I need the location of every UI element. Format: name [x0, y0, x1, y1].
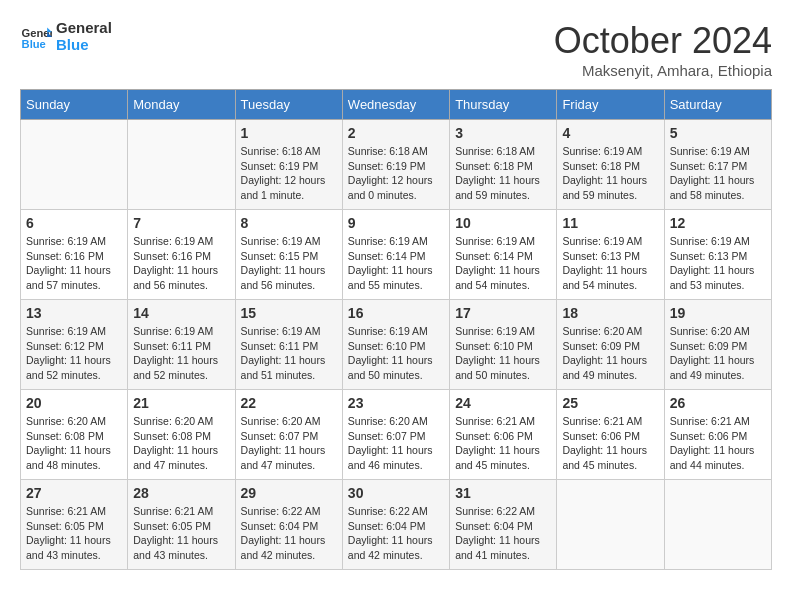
logo-text-general: General: [56, 20, 112, 37]
day-info: Sunrise: 6:21 AM Sunset: 6:05 PM Dayligh…: [133, 504, 229, 563]
day-info: Sunrise: 6:20 AM Sunset: 6:07 PM Dayligh…: [241, 414, 337, 473]
day-info: Sunrise: 6:19 AM Sunset: 6:18 PM Dayligh…: [562, 144, 658, 203]
calendar-cell: 17Sunrise: 6:19 AM Sunset: 6:10 PM Dayli…: [450, 300, 557, 390]
day-number: 27: [26, 485, 122, 501]
logo-text-blue: Blue: [56, 37, 112, 54]
day-number: 2: [348, 125, 444, 141]
calendar-cell: 12Sunrise: 6:19 AM Sunset: 6:13 PM Dayli…: [664, 210, 771, 300]
title-block: October 2024 Maksenyit, Amhara, Ethiopia: [554, 20, 772, 79]
day-info: Sunrise: 6:22 AM Sunset: 6:04 PM Dayligh…: [241, 504, 337, 563]
day-of-week-header: Wednesday: [342, 90, 449, 120]
day-info: Sunrise: 6:20 AM Sunset: 6:08 PM Dayligh…: [26, 414, 122, 473]
day-of-week-header: Thursday: [450, 90, 557, 120]
day-number: 28: [133, 485, 229, 501]
calendar-week-row: 6Sunrise: 6:19 AM Sunset: 6:16 PM Daylig…: [21, 210, 772, 300]
day-info: Sunrise: 6:19 AM Sunset: 6:13 PM Dayligh…: [670, 234, 766, 293]
calendar-cell: 10Sunrise: 6:19 AM Sunset: 6:14 PM Dayli…: [450, 210, 557, 300]
day-number: 16: [348, 305, 444, 321]
day-number: 12: [670, 215, 766, 231]
calendar-table: SundayMondayTuesdayWednesdayThursdayFrid…: [20, 89, 772, 570]
calendar-cell: 30Sunrise: 6:22 AM Sunset: 6:04 PM Dayli…: [342, 480, 449, 570]
calendar-cell: [557, 480, 664, 570]
calendar-cell: [664, 480, 771, 570]
calendar-cell: 21Sunrise: 6:20 AM Sunset: 6:08 PM Dayli…: [128, 390, 235, 480]
day-info: Sunrise: 6:22 AM Sunset: 6:04 PM Dayligh…: [455, 504, 551, 563]
day-info: Sunrise: 6:19 AM Sunset: 6:10 PM Dayligh…: [348, 324, 444, 383]
calendar-cell: 25Sunrise: 6:21 AM Sunset: 6:06 PM Dayli…: [557, 390, 664, 480]
day-info: Sunrise: 6:18 AM Sunset: 6:19 PM Dayligh…: [348, 144, 444, 203]
day-number: 14: [133, 305, 229, 321]
calendar-week-row: 1Sunrise: 6:18 AM Sunset: 6:19 PM Daylig…: [21, 120, 772, 210]
day-number: 6: [26, 215, 122, 231]
logo: General Blue General Blue: [20, 20, 112, 53]
calendar-cell: 23Sunrise: 6:20 AM Sunset: 6:07 PM Dayli…: [342, 390, 449, 480]
day-of-week-header: Saturday: [664, 90, 771, 120]
day-number: 19: [670, 305, 766, 321]
day-info: Sunrise: 6:19 AM Sunset: 6:15 PM Dayligh…: [241, 234, 337, 293]
page-header: General Blue General Blue October 2024 M…: [20, 20, 772, 79]
day-number: 31: [455, 485, 551, 501]
day-info: Sunrise: 6:19 AM Sunset: 6:13 PM Dayligh…: [562, 234, 658, 293]
day-number: 1: [241, 125, 337, 141]
svg-text:Blue: Blue: [22, 38, 46, 50]
calendar-cell: 5Sunrise: 6:19 AM Sunset: 6:17 PM Daylig…: [664, 120, 771, 210]
day-number: 4: [562, 125, 658, 141]
calendar-cell: 4Sunrise: 6:19 AM Sunset: 6:18 PM Daylig…: [557, 120, 664, 210]
day-number: 8: [241, 215, 337, 231]
day-info: Sunrise: 6:19 AM Sunset: 6:11 PM Dayligh…: [241, 324, 337, 383]
calendar-cell: 3Sunrise: 6:18 AM Sunset: 6:18 PM Daylig…: [450, 120, 557, 210]
day-info: Sunrise: 6:21 AM Sunset: 6:05 PM Dayligh…: [26, 504, 122, 563]
day-info: Sunrise: 6:19 AM Sunset: 6:17 PM Dayligh…: [670, 144, 766, 203]
day-of-week-header: Friday: [557, 90, 664, 120]
calendar-cell: 22Sunrise: 6:20 AM Sunset: 6:07 PM Dayli…: [235, 390, 342, 480]
day-number: 15: [241, 305, 337, 321]
calendar-cell: 14Sunrise: 6:19 AM Sunset: 6:11 PM Dayli…: [128, 300, 235, 390]
day-number: 26: [670, 395, 766, 411]
day-info: Sunrise: 6:19 AM Sunset: 6:16 PM Dayligh…: [133, 234, 229, 293]
day-number: 7: [133, 215, 229, 231]
day-number: 25: [562, 395, 658, 411]
day-info: Sunrise: 6:19 AM Sunset: 6:12 PM Dayligh…: [26, 324, 122, 383]
calendar-cell: 8Sunrise: 6:19 AM Sunset: 6:15 PM Daylig…: [235, 210, 342, 300]
calendar-header: SundayMondayTuesdayWednesdayThursdayFrid…: [21, 90, 772, 120]
calendar-cell: 11Sunrise: 6:19 AM Sunset: 6:13 PM Dayli…: [557, 210, 664, 300]
day-info: Sunrise: 6:20 AM Sunset: 6:09 PM Dayligh…: [670, 324, 766, 383]
location-subtitle: Maksenyit, Amhara, Ethiopia: [554, 62, 772, 79]
calendar-cell: 6Sunrise: 6:19 AM Sunset: 6:16 PM Daylig…: [21, 210, 128, 300]
calendar-cell: 18Sunrise: 6:20 AM Sunset: 6:09 PM Dayli…: [557, 300, 664, 390]
calendar-cell: 28Sunrise: 6:21 AM Sunset: 6:05 PM Dayli…: [128, 480, 235, 570]
calendar-cell: 2Sunrise: 6:18 AM Sunset: 6:19 PM Daylig…: [342, 120, 449, 210]
day-number: 23: [348, 395, 444, 411]
day-info: Sunrise: 6:21 AM Sunset: 6:06 PM Dayligh…: [562, 414, 658, 473]
day-number: 20: [26, 395, 122, 411]
day-of-week-header: Monday: [128, 90, 235, 120]
day-number: 18: [562, 305, 658, 321]
calendar-cell: 16Sunrise: 6:19 AM Sunset: 6:10 PM Dayli…: [342, 300, 449, 390]
calendar-cell: 29Sunrise: 6:22 AM Sunset: 6:04 PM Dayli…: [235, 480, 342, 570]
calendar-cell: 24Sunrise: 6:21 AM Sunset: 6:06 PM Dayli…: [450, 390, 557, 480]
day-info: Sunrise: 6:19 AM Sunset: 6:16 PM Dayligh…: [26, 234, 122, 293]
calendar-week-row: 20Sunrise: 6:20 AM Sunset: 6:08 PM Dayli…: [21, 390, 772, 480]
calendar-week-row: 13Sunrise: 6:19 AM Sunset: 6:12 PM Dayli…: [21, 300, 772, 390]
calendar-cell: 7Sunrise: 6:19 AM Sunset: 6:16 PM Daylig…: [128, 210, 235, 300]
calendar-cell: 19Sunrise: 6:20 AM Sunset: 6:09 PM Dayli…: [664, 300, 771, 390]
day-info: Sunrise: 6:18 AM Sunset: 6:18 PM Dayligh…: [455, 144, 551, 203]
day-number: 11: [562, 215, 658, 231]
day-number: 22: [241, 395, 337, 411]
calendar-cell: 9Sunrise: 6:19 AM Sunset: 6:14 PM Daylig…: [342, 210, 449, 300]
calendar-cell: 13Sunrise: 6:19 AM Sunset: 6:12 PM Dayli…: [21, 300, 128, 390]
day-number: 9: [348, 215, 444, 231]
calendar-body: 1Sunrise: 6:18 AM Sunset: 6:19 PM Daylig…: [21, 120, 772, 570]
day-info: Sunrise: 6:20 AM Sunset: 6:07 PM Dayligh…: [348, 414, 444, 473]
day-info: Sunrise: 6:18 AM Sunset: 6:19 PM Dayligh…: [241, 144, 337, 203]
day-info: Sunrise: 6:21 AM Sunset: 6:06 PM Dayligh…: [670, 414, 766, 473]
day-number: 3: [455, 125, 551, 141]
logo-icon: General Blue: [20, 21, 52, 53]
day-number: 13: [26, 305, 122, 321]
day-info: Sunrise: 6:20 AM Sunset: 6:09 PM Dayligh…: [562, 324, 658, 383]
calendar-week-row: 27Sunrise: 6:21 AM Sunset: 6:05 PM Dayli…: [21, 480, 772, 570]
calendar-cell: 27Sunrise: 6:21 AM Sunset: 6:05 PM Dayli…: [21, 480, 128, 570]
calendar-cell: 20Sunrise: 6:20 AM Sunset: 6:08 PM Dayli…: [21, 390, 128, 480]
day-number: 10: [455, 215, 551, 231]
days-of-week-row: SundayMondayTuesdayWednesdayThursdayFrid…: [21, 90, 772, 120]
